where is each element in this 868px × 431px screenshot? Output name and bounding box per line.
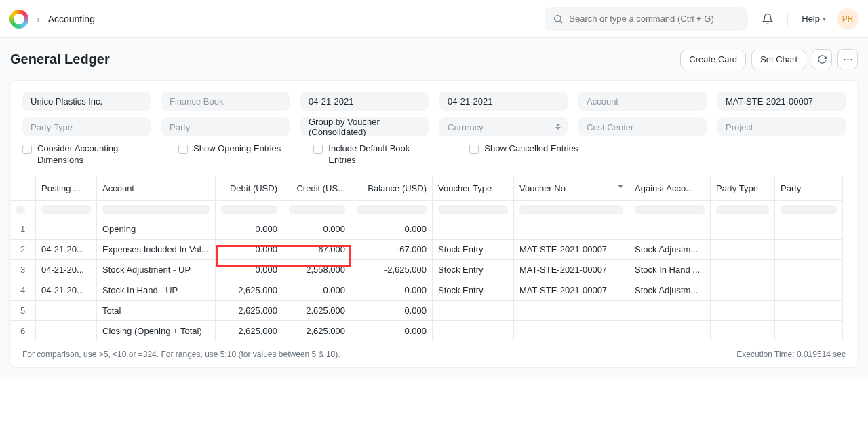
breadcrumb[interactable]: Accounting — [48, 14, 95, 24]
table-row[interactable]: 204-21-20...Expenses Included In Val...0… — [10, 240, 858, 260]
cell-rownum: 3 — [10, 260, 36, 280]
cell-party — [775, 280, 843, 301]
cell-debit: 2,625.000 — [216, 301, 283, 321]
cell-account: Expenses Included In Val... — [97, 240, 216, 260]
search-input[interactable] — [569, 14, 740, 24]
col-rownum[interactable] — [10, 176, 36, 201]
cell-ptype — [711, 280, 775, 301]
col-party-type[interactable]: Party Type — [711, 176, 775, 201]
navbar: › Accounting Help ▾ PR — [0, 0, 868, 38]
sort-desc-icon — [618, 185, 623, 188]
voucher-no-filter[interactable]: MAT-STE-2021-00007 — [717, 92, 846, 111]
search-icon — [553, 14, 564, 24]
cell-balance: 0.000 — [351, 321, 433, 341]
cell-credit: 2,625.000 — [283, 301, 351, 321]
check-opening[interactable]: Show Opening Entries — [178, 143, 281, 155]
cell-vtype — [433, 219, 514, 240]
cost-center-filter[interactable]: Cost Center — [578, 117, 707, 136]
chevron-right-icon: › — [37, 14, 40, 24]
col-posting-date[interactable]: Posting ... — [36, 176, 97, 201]
checkbox-icon — [313, 145, 323, 154]
table-filter-row[interactable] — [10, 201, 858, 219]
cell-ptype — [711, 260, 775, 280]
cell-account: Stock In Hand - UP — [97, 280, 216, 301]
cell-balance: -67.000 — [351, 240, 433, 260]
cell-ptype — [711, 219, 775, 240]
report-card: Unico Plastics Inc. Finance Book 04-21-2… — [9, 80, 859, 368]
help-menu[interactable]: Help ▾ — [802, 14, 826, 24]
avatar[interactable]: PR — [837, 8, 859, 30]
check-dimensions[interactable]: Consider Accounting Dimensions — [22, 143, 146, 166]
from-date-filter[interactable]: 04-21-2021 — [300, 92, 429, 111]
cell-debit: 2,625.000 — [216, 280, 283, 301]
checkbox-icon — [22, 145, 32, 154]
cell-against — [629, 321, 711, 341]
cell-ptype — [711, 240, 775, 260]
set-chart-button[interactable]: Set Chart — [751, 50, 806, 69]
filters: Unico Plastics Inc. Finance Book 04-21-2… — [10, 81, 858, 176]
col-against[interactable]: Against Acco... — [629, 176, 711, 201]
cell-party — [775, 301, 843, 321]
search-bar[interactable] — [545, 7, 748, 31]
cell-vtype: Stock Entry — [433, 240, 514, 260]
party-type-filter[interactable]: Party Type — [22, 117, 151, 136]
cell-credit: 2,558.000 — [283, 260, 351, 280]
col-debit[interactable]: Debit (USD) — [216, 176, 283, 201]
cell-rownum: 5 — [10, 301, 36, 321]
cell-balance: 0.000 — [351, 280, 433, 301]
account-filter[interactable]: Account — [578, 92, 707, 111]
filter-hint: For comparison, use >5, <10 or =324. For… — [22, 350, 340, 359]
create-card-button[interactable]: Create Card — [680, 50, 746, 69]
group-by-filter[interactable]: Group by Voucher (Consolidated) — [300, 117, 429, 136]
table-row[interactable]: 5Total2,625.0002,625.0000.000 — [10, 301, 858, 321]
cell-account: Opening — [97, 219, 216, 240]
checkbox-icon — [469, 145, 479, 154]
cell-credit: 2,625.000 — [283, 321, 351, 341]
cell-vtype: Stock Entry — [433, 280, 514, 301]
execution-time: Execution Time: 0.019514 sec — [736, 350, 846, 359]
table-row[interactable]: 304-21-20...Stock Adjustment - UP0.0002,… — [10, 260, 858, 280]
check-default-book[interactable]: Include Default Book Entries — [313, 143, 437, 166]
table-row[interactable]: 404-21-20...Stock In Hand - UP2,625.0000… — [10, 280, 858, 301]
cell-vtype — [433, 301, 514, 321]
cell-credit: 67.000 — [283, 240, 351, 260]
project-filter[interactable]: Project — [717, 117, 846, 136]
cell-rownum: 6 — [10, 321, 36, 341]
table-row[interactable]: 6Closing (Opening + Total)2,625.0002,625… — [10, 321, 858, 341]
cell-party — [775, 219, 843, 240]
cell-balance: 0.000 — [351, 219, 433, 240]
refresh-button[interactable] — [812, 49, 832, 69]
cell-debit: 0.000 — [216, 240, 283, 260]
bell-icon[interactable] — [762, 13, 774, 25]
cell-account: Total — [97, 301, 216, 321]
col-balance[interactable]: Balance (USD) — [351, 176, 433, 201]
currency-filter[interactable]: Currency — [439, 117, 568, 136]
table-header: Posting ... Account Debit (USD) Credit (… — [10, 176, 858, 201]
cell-vtype: Stock Entry — [433, 260, 514, 280]
checkbox-icon — [178, 145, 188, 154]
more-button[interactable]: ⋯ — [837, 49, 858, 69]
cell-against — [629, 219, 711, 240]
col-account[interactable]: Account — [97, 176, 216, 201]
table-footer: For comparison, use >5, <10 or =324. For… — [10, 341, 858, 367]
cell-balance: -2,625.000 — [351, 260, 433, 280]
svg-line-1 — [560, 21, 562, 23]
company-filter[interactable]: Unico Plastics Inc. — [22, 92, 151, 111]
cell-date: 04-21-20... — [36, 260, 97, 280]
cell-vno: MAT-STE-2021-00007 — [514, 240, 629, 260]
to-date-filter[interactable]: 04-21-2021 — [439, 92, 568, 111]
col-credit[interactable]: Credit (US... — [283, 176, 351, 201]
col-voucher-type[interactable]: Voucher Type — [433, 176, 514, 201]
col-party[interactable]: Party — [775, 176, 843, 201]
finance-book-filter[interactable]: Finance Book — [161, 92, 290, 111]
cell-date — [36, 321, 97, 341]
cell-vno — [514, 321, 629, 341]
party-filter[interactable]: Party — [161, 117, 290, 136]
cell-party — [775, 321, 843, 341]
col-voucher-no[interactable]: Voucher No — [514, 176, 629, 201]
check-cancelled[interactable]: Show Cancelled Entries — [469, 143, 578, 155]
table-row[interactable]: 1Opening0.0000.0000.000 — [10, 219, 858, 240]
app-logo[interactable] — [9, 10, 28, 29]
cell-against: Stock Adjustm... — [629, 280, 711, 301]
cell-date — [36, 301, 97, 321]
